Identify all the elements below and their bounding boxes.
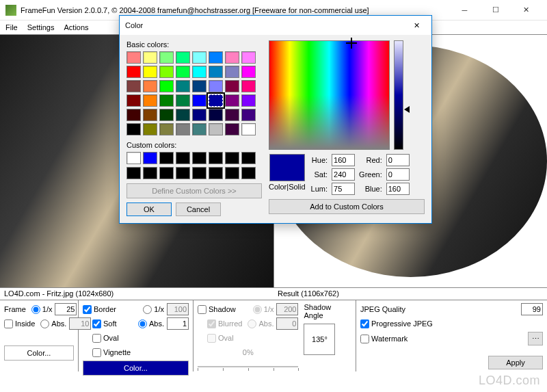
basic-swatch[interactable] [209,109,223,121]
menu-settings[interactable]: Settings [27,23,55,31]
basic-swatch[interactable] [192,80,206,92]
basic-swatch[interactable] [225,109,239,121]
cancel-button[interactable]: Cancel [176,202,221,216]
basic-swatch[interactable] [159,51,174,64]
jpeg-quality-input[interactable] [521,303,543,315]
basic-swatch[interactable] [143,51,157,64]
basic-swatch[interactable] [241,66,256,78]
basic-swatch[interactable] [143,66,157,78]
menu-actions[interactable]: Actions [64,23,88,31]
jpeg-watermark-check[interactable]: Watermark [360,335,408,343]
basic-swatch[interactable] [159,94,174,107]
border-oval-check[interactable]: Oval [92,334,119,343]
basic-swatch[interactable] [209,51,223,64]
basic-swatch[interactable] [176,123,190,135]
custom-swatch[interactable] [241,167,256,179]
ok-button[interactable]: OK [126,202,172,216]
basic-swatch[interactable] [176,109,190,121]
custom-swatch[interactable] [225,167,239,179]
basic-swatch[interactable] [225,123,239,135]
basic-swatch[interactable] [192,109,206,121]
custom-swatch[interactable] [159,152,174,164]
border-abs-radio[interactable]: Abs. [138,319,164,328]
basic-swatch[interactable] [241,51,256,64]
basic-swatch[interactable] [209,66,223,78]
basic-swatch[interactable] [143,109,157,121]
red-input[interactable] [386,154,410,166]
basic-swatch[interactable] [143,80,157,92]
blue-input[interactable] [386,183,410,195]
basic-swatch[interactable] [143,94,157,107]
basic-swatch[interactable] [159,66,174,78]
basic-swatch[interactable] [159,123,174,135]
custom-swatch[interactable] [126,167,141,179]
maximize-button[interactable]: ☐ [480,1,511,20]
basic-swatch[interactable] [192,123,206,135]
menu-file[interactable]: File [5,23,18,31]
basic-swatch[interactable] [241,123,256,135]
basic-swatch[interactable] [225,51,239,64]
border-vignette-check[interactable]: Vignette [92,348,131,357]
custom-swatch[interactable] [209,167,223,179]
frame-1x-radio[interactable]: 1/x [31,305,53,314]
frame-abs-radio[interactable]: Abs. [40,319,66,328]
border-1x-input[interactable] [167,303,189,315]
dialog-close-button[interactable]: ✕ [407,17,426,34]
frame-color-button[interactable]: Color... [4,345,74,361]
add-custom-button[interactable]: Add to Custom Colors [269,199,425,214]
basic-swatch[interactable] [192,66,206,78]
basic-swatch[interactable] [126,51,141,64]
basic-swatch[interactable] [225,94,239,107]
basic-swatch[interactable] [143,123,157,135]
minimize-button[interactable]: ─ [449,1,480,20]
basic-swatch[interactable] [176,66,190,78]
basic-swatch[interactable] [126,80,141,92]
border-soft-check[interactable]: Soft [92,319,117,328]
basic-swatch[interactable] [192,51,206,64]
custom-swatch[interactable] [159,167,174,179]
frame-1x-input[interactable] [55,303,77,315]
color-gradient[interactable] [269,40,390,150]
sat-input[interactable] [332,168,355,181]
custom-swatch[interactable] [209,152,223,164]
shadow-angle-box[interactable]: 135° [304,324,335,355]
basic-swatch[interactable] [241,80,256,92]
apply-button[interactable]: Apply [488,356,543,369]
shadow-check[interactable]: Shadow [198,305,236,314]
basic-swatch[interactable] [225,66,239,78]
basic-swatch[interactable] [209,123,223,135]
border-1x-radio[interactable]: 1/x [143,305,164,314]
custom-swatch[interactable] [241,152,256,164]
custom-swatch[interactable] [192,152,206,164]
jpeg-progressive-check[interactable]: Progressive JPEG [360,319,433,328]
basic-swatch[interactable] [176,94,190,107]
custom-swatch[interactable] [143,152,157,164]
border-color-button[interactable]: Color... [83,361,189,376]
custom-swatch[interactable] [126,152,141,164]
basic-swatch[interactable] [126,94,141,107]
basic-swatch[interactable] [241,94,256,107]
basic-swatch[interactable] [241,109,256,121]
basic-swatch[interactable] [209,80,223,92]
custom-swatch[interactable] [225,152,239,164]
basic-swatch[interactable] [176,51,190,64]
luminance-bar[interactable] [394,40,403,150]
close-button[interactable]: ✕ [511,1,542,20]
basic-swatch[interactable] [126,123,141,135]
border-abs-input[interactable] [167,317,189,330]
basic-swatch[interactable] [225,80,239,92]
green-input[interactable] [386,168,410,181]
border-check[interactable]: Border [83,305,116,314]
basic-swatch[interactable] [126,66,141,78]
basic-swatch[interactable] [126,109,141,121]
custom-swatch[interactable] [176,152,190,164]
frame-inside-check[interactable]: Inside [4,319,35,328]
basic-swatch[interactable] [159,109,174,121]
custom-swatch[interactable] [176,167,190,179]
basic-swatch[interactable] [159,80,174,92]
lum-input[interactable] [332,183,355,195]
hue-input[interactable] [332,154,355,166]
basic-swatch[interactable] [176,80,190,92]
basic-swatch[interactable] [209,94,223,107]
basic-swatch[interactable] [192,94,206,107]
